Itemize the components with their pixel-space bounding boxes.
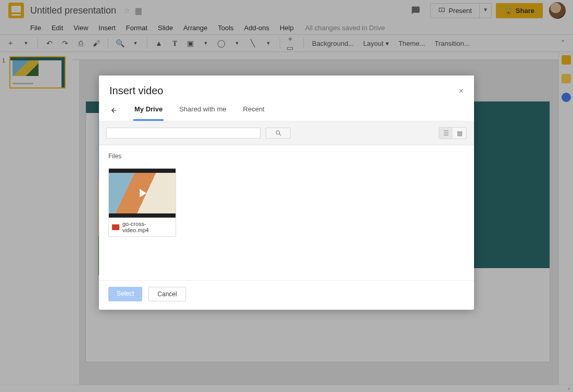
search-input[interactable] [106, 128, 260, 138]
file-name: go-cross-video.mp4 [122, 221, 172, 233]
tab-my-drive[interactable]: My Drive [133, 100, 164, 121]
view-toggle: ☰ ▦ [439, 127, 467, 139]
insert-video-dialog: Insert video × My Drive Shared with me R… [99, 75, 474, 310]
back-arrow-icon [109, 107, 119, 114]
files-section-label: Files [108, 153, 465, 160]
tab-recent[interactable]: Recent [242, 100, 266, 121]
back-button[interactable] [109, 104, 119, 117]
search-icon [275, 130, 282, 136]
close-icon[interactable]: × [459, 86, 464, 96]
tab-shared-with-me[interactable]: Shared with me [178, 100, 227, 121]
modal-overlay: Insert video × My Drive Shared with me R… [0, 0, 573, 392]
video-thumbnail [109, 169, 176, 218]
cancel-button[interactable]: Cancel [148, 287, 185, 301]
search-button[interactable] [266, 128, 291, 138]
svg-line-2 [279, 134, 281, 135]
grid-view-icon[interactable]: ▦ [453, 128, 466, 138]
file-card[interactable]: go-cross-video.mp4 [108, 168, 176, 237]
list-view-icon[interactable]: ☰ [439, 128, 453, 138]
svg-point-1 [276, 131, 280, 134]
video-file-icon [112, 224, 119, 230]
dialog-title: Insert video [109, 85, 163, 97]
select-button[interactable]: Select [108, 287, 142, 301]
